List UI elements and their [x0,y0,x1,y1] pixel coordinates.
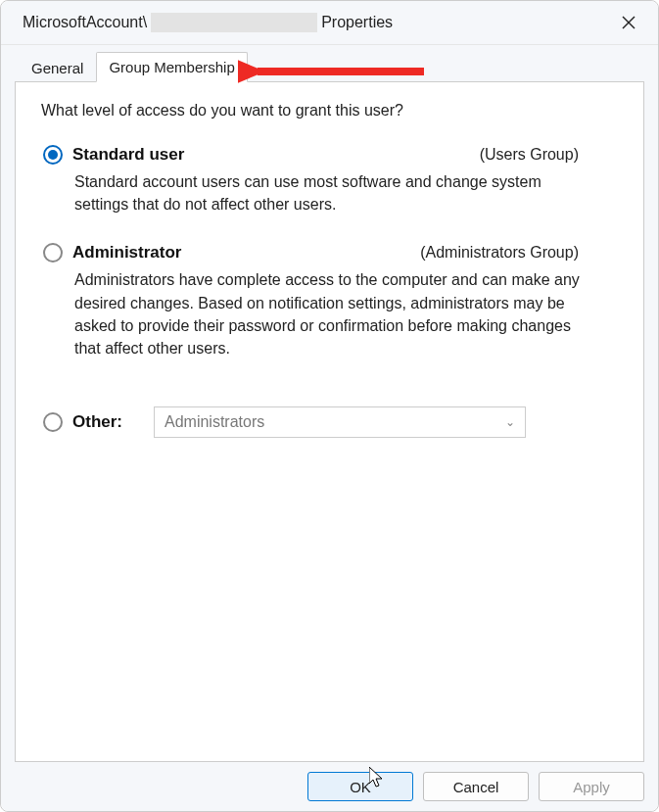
cancel-button[interactable]: Cancel [423,772,529,801]
tab-group-membership[interactable]: Group Membership [96,52,247,82]
tabstrip: General Group Membership [15,51,644,81]
option-admin-description: Administrators have complete access to t… [74,268,598,359]
close-icon [622,16,635,29]
tab-general[interactable]: General [19,53,96,82]
option-standard-label: Standard user [72,145,184,165]
option-standard-description: Standard account users can use most soft… [74,170,598,215]
option-admin-group: (Administrators Group) [420,244,579,262]
dialog-body: General Group Membership What level of a… [1,45,658,811]
option-admin-row[interactable]: Administrator (Administrators Group) [41,243,618,263]
dropdown-value: Administrators [165,413,264,431]
ok-button[interactable]: OK [307,772,413,801]
titlebar: MicrosoftAccount\ Properties [1,1,658,45]
title-suffix: Properties [321,14,393,31]
access-prompt: What level of access do you want to gran… [41,102,618,119]
option-admin-label: Administrator [72,243,181,263]
title-prefix: MicrosoftAccount\ [23,14,147,31]
title-redacted-account [151,13,317,32]
option-standard-row[interactable]: Standard user (Users Group) [41,145,618,165]
chevron-down-icon: ⌄ [505,415,515,429]
apply-button[interactable]: Apply [539,772,644,801]
radio-other[interactable] [43,412,63,432]
tab-content: What level of access do you want to gran… [15,81,644,762]
close-button[interactable] [613,9,644,36]
option-other-row[interactable]: Other: Administrators ⌄ [41,406,618,438]
option-other-label: Other: [72,412,122,432]
other-group-dropdown[interactable]: Administrators ⌄ [154,406,526,438]
dialog-button-row: OK Cancel Apply [15,762,644,801]
option-standard-group: (Users Group) [480,146,579,164]
radio-administrator[interactable] [43,243,63,263]
radio-standard[interactable] [43,145,63,165]
properties-dialog: MicrosoftAccount\ Properties General Gro… [0,0,659,812]
window-title: MicrosoftAccount\ Properties [23,13,393,32]
